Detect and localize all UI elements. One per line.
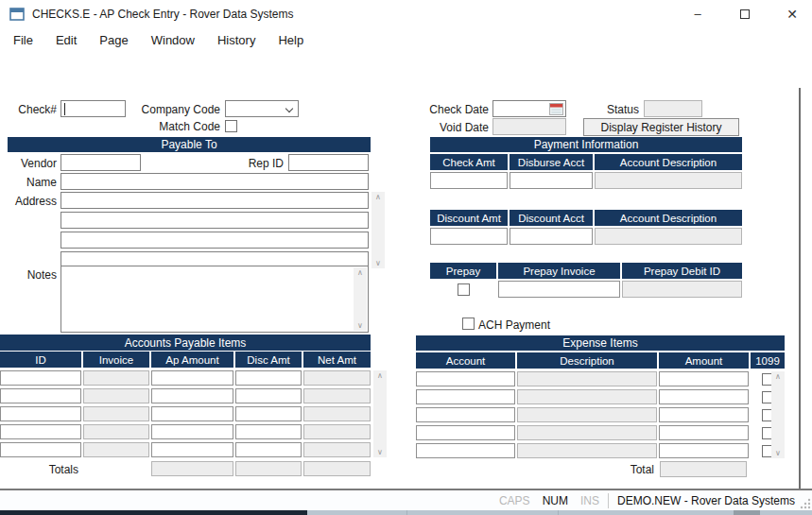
ap-cell-id[interactable]	[0, 424, 81, 439]
scroll-down-icon[interactable]: ∨	[357, 321, 363, 330]
vendor-input[interactable]	[60, 154, 141, 171]
scroll-down-icon[interactable]: ∨	[775, 449, 781, 457]
minimize-icon: –	[694, 9, 700, 19]
address-line-1-input[interactable]	[60, 192, 369, 209]
text-caret	[64, 103, 65, 115]
ap-cell-disc-amt[interactable]	[235, 406, 302, 421]
window-title: CHECKS.E - AP Check Entry - Rover Data S…	[32, 0, 294, 28]
notes-textarea[interactable]: ∧ ∨	[60, 266, 369, 333]
taskbar-dark-segment	[0, 510, 307, 515]
menu-edit[interactable]: Edit	[44, 28, 88, 52]
address-line-3-input[interactable]	[60, 232, 369, 249]
scroll-up-icon[interactable]: ∧	[375, 193, 381, 201]
discount-column-headers: Discount Amt Discount Acct Account Descr…	[430, 210, 742, 226]
match-code-checkbox[interactable]	[225, 120, 237, 132]
statusbar-divider	[608, 493, 609, 508]
ap-cell-invoice	[83, 370, 149, 386]
check-date-input[interactable]	[492, 100, 566, 117]
menu-bar: File Edit Page Window History Help	[0, 28, 812, 52]
ap-cell-ap-amount[interactable]	[151, 370, 233, 386]
ap-cell-id[interactable]	[0, 370, 81, 386]
ap-cell-id[interactable]	[0, 388, 81, 403]
expense-cell-amount[interactable]	[659, 407, 749, 422]
ap-cell-ap-amount[interactable]	[151, 388, 233, 403]
calendar-icon[interactable]	[549, 103, 563, 115]
check-date-label: Check Date	[406, 101, 489, 118]
prepay-checkbox[interactable]	[458, 283, 470, 296]
expense-cell-amount[interactable]	[659, 389, 749, 404]
check-form: Check# Company Code Match Code Payable T…	[0, 97, 812, 489]
disburse-acct-input[interactable]	[510, 172, 593, 189]
prepay-invoice-input[interactable]	[498, 281, 620, 298]
ap-row	[0, 424, 371, 439]
scroll-up-icon[interactable]: ∧	[357, 268, 363, 277]
expense-items-scrollbar[interactable]: ∧ ∨	[771, 371, 785, 458]
menu-window[interactable]: Window	[140, 28, 206, 52]
col-account-description: Account Description	[595, 154, 742, 170]
expense-cell-amount[interactable]	[659, 443, 749, 458]
void-date-label: Void Date	[406, 119, 489, 136]
expense-cell-account[interactable]	[416, 425, 515, 440]
ap-col-disc-amt: Disc Amt	[235, 352, 302, 368]
scroll-down-icon[interactable]: ∨	[375, 259, 381, 267]
ach-payment-checkbox[interactable]	[462, 318, 475, 330]
expense-cell-account[interactable]	[416, 443, 515, 458]
menu-history[interactable]: History	[206, 28, 267, 52]
name-input[interactable]	[60, 173, 369, 190]
col-prepay-invoice: Prepay Invoice	[498, 263, 620, 279]
minimize-button[interactable]: –	[674, 0, 721, 28]
tab-strip: Check Commission	[0, 76, 812, 97]
discount-acct-input[interactable]	[510, 228, 593, 245]
ap-total-disc-amt	[235, 461, 302, 476]
ap-cell-net-amt	[303, 406, 371, 421]
ap-items-scrollbar[interactable]: ∧ ∨	[373, 370, 387, 457]
taskbar-edge[interactable]	[0, 510, 812, 515]
menu-help[interactable]: Help	[267, 28, 315, 52]
discount-amt-input[interactable]	[430, 228, 508, 245]
ap-cell-disc-amt[interactable]	[235, 370, 302, 386]
ap-cell-disc-amt[interactable]	[235, 424, 302, 439]
expense-row	[416, 407, 785, 422]
maximize-button[interactable]	[721, 0, 769, 28]
company-code-select[interactable]	[225, 100, 299, 117]
close-icon: ✕	[786, 7, 798, 22]
ap-cell-ap-amount[interactable]	[151, 406, 233, 421]
ap-cell-disc-amt[interactable]	[235, 442, 302, 457]
scroll-up-icon[interactable]: ∧	[377, 371, 383, 380]
expense-cell-description	[517, 443, 657, 458]
ap-cell-disc-amt[interactable]	[235, 388, 302, 403]
ap-cell-ap-amount[interactable]	[151, 442, 233, 457]
display-register-history-button[interactable]: Display Register History	[583, 118, 739, 136]
expense-total-label: Total	[596, 462, 654, 478]
expense-cell-account[interactable]	[416, 371, 515, 386]
expense-cell-amount[interactable]	[659, 425, 749, 440]
vendor-label: Vendor	[0, 155, 57, 172]
expense-cell-amount[interactable]	[659, 371, 749, 386]
expense-column-headers: Account Description Amount 1099	[416, 352, 785, 369]
col-amount: Amount	[659, 352, 749, 369]
col-discount-amt: Discount Amt	[430, 210, 508, 226]
expense-cell-account[interactable]	[416, 407, 515, 422]
ap-row	[0, 370, 371, 386]
expense-cell-description	[517, 407, 657, 422]
ap-cell-ap-amount[interactable]	[151, 424, 233, 439]
scroll-down-icon[interactable]: ∨	[377, 448, 383, 456]
status-field	[644, 100, 702, 117]
address-line-2-input[interactable]	[60, 212, 369, 229]
ap-cell-id[interactable]	[0, 442, 81, 457]
notes-scrollbar[interactable]: ∧ ∨	[354, 267, 367, 331]
form-right-border	[799, 88, 801, 489]
taskbar-divider	[558, 510, 559, 515]
ap-cell-id[interactable]	[0, 406, 81, 421]
menu-page[interactable]: Page	[88, 28, 139, 52]
menu-file[interactable]: File	[2, 28, 44, 52]
address-scrollbar[interactable]: ∧ ∨	[371, 192, 385, 268]
ap-col-id: ID	[0, 352, 81, 368]
resize-grip[interactable]	[800, 498, 811, 509]
check-number-label: Check#	[0, 101, 57, 118]
scroll-up-icon[interactable]: ∧	[775, 372, 781, 381]
rep-id-input[interactable]	[288, 154, 369, 171]
check-amt-input[interactable]	[430, 172, 508, 189]
expense-cell-account[interactable]	[416, 389, 515, 404]
close-button[interactable]: ✕	[769, 0, 812, 28]
